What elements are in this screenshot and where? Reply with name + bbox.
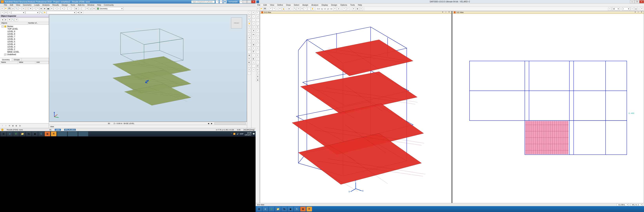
tree-item[interactable]: LEVEL 4 xyxy=(0,43,49,46)
tb-sap-icon[interactable]: ⊠ xyxy=(300,207,306,211)
tray-notif-icon[interactable]: 💬 xyxy=(252,133,255,135)
sect-2-icon[interactable]: ▬ xyxy=(634,7,638,11)
menu-results[interactable]: Results xyxy=(52,4,59,6)
lock-icon[interactable]: 🔒 xyxy=(282,7,285,11)
view-mode[interactable]: 3D xyxy=(108,122,110,124)
maximize-button[interactable]: ❐ xyxy=(634,0,639,3)
rt-view-xz-icon[interactable]: ▯ xyxy=(248,33,251,36)
save-icon[interactable]: 💾 xyxy=(264,7,266,11)
draw-quick-area-icon[interactable]: ◻ xyxy=(256,40,259,43)
tree-item-undefined[interactable]: +Undefined xyxy=(0,53,49,56)
units-combo[interactable]: KN, m, C xyxy=(630,203,642,206)
analysis-icon[interactable]: ⚙ xyxy=(86,7,88,10)
tree-item[interactable]: LEVEL 7 xyxy=(0,35,49,38)
property-grid[interactable] xyxy=(0,64,49,123)
menu-assign[interactable]: Assign xyxy=(302,4,308,6)
copy-icon[interactable]: ⧉ xyxy=(22,7,25,10)
tree-item[interactable]: LEVEL 3 xyxy=(0,46,49,48)
draw-sec-beam-icon[interactable]: ≡ xyxy=(256,29,259,32)
tray-lang[interactable]: ESP xyxy=(240,133,244,135)
pan-icon[interactable]: ✋ xyxy=(43,11,46,14)
rt-section-icon[interactable]: I xyxy=(248,43,251,46)
rt-support-icon[interactable]: △ xyxy=(248,47,251,50)
rt2-offset-icon[interactable]: ⇥ xyxy=(252,68,255,71)
new-icon[interactable]: 🗋 xyxy=(256,7,260,11)
menu-help[interactable]: Help xyxy=(358,4,362,6)
rt2-axis-icon[interactable]: ✦ xyxy=(252,47,255,50)
view-yz-button[interactable]: yz xyxy=(327,8,330,10)
tree-item[interactable]: BASE LEVEL xyxy=(0,51,49,53)
insp-delete-icon[interactable]: ✖ xyxy=(8,18,11,21)
coord-system-combo[interactable]: GLOBAL xyxy=(617,203,628,206)
close-all-icon[interactable]: ✕ xyxy=(640,7,643,11)
rt-pan-icon[interactable]: ✋ xyxy=(248,22,251,25)
viewport-plan[interactable]: X -400 xyxy=(452,14,644,203)
menu-analysis[interactable]: Analysis xyxy=(42,4,50,6)
rt-number-icon[interactable]: # xyxy=(248,64,251,68)
tray-up-icon[interactable]: ˄ xyxy=(231,133,232,135)
tb-robot-icon[interactable]: R xyxy=(306,207,312,211)
new-icon[interactable]: 🗋 xyxy=(1,7,4,10)
tree-item[interactable]: LEVEL 9 xyxy=(0,30,49,33)
menu-view[interactable]: View xyxy=(270,4,274,6)
rt-layers-icon[interactable]: ≡ xyxy=(248,40,251,43)
layout-icon[interactable]: ▦ xyxy=(40,7,43,10)
tb-skype-icon[interactable]: S xyxy=(294,207,300,211)
sel-combo-2[interactable]: ▾ xyxy=(26,11,39,14)
tables-icon[interactable]: ▤ xyxy=(92,7,96,10)
view-max-icon[interactable]: □ xyxy=(637,11,640,14)
rt2-column-icon[interactable]: ▮ xyxy=(252,29,255,32)
units-icon[interactable]: ⧉ xyxy=(50,7,53,10)
rt2-node-icon[interactable]: • xyxy=(252,15,255,18)
insp-t2-icon[interactable]: I xyxy=(4,124,8,127)
materials-icon[interactable]: ◧ xyxy=(75,7,78,10)
menu-tools[interactable]: Tools xyxy=(70,4,75,6)
rt2-wall-icon[interactable]: ▯ xyxy=(252,36,255,39)
rt-zoom-all-icon[interactable]: ⊡ xyxy=(248,15,251,18)
draw-frame-icon[interactable]: / xyxy=(256,19,259,22)
menu-addins[interactable]: Add-Ins xyxy=(78,4,84,6)
paste-icon[interactable]: 📋 xyxy=(26,7,28,10)
rt2-beam-icon[interactable]: ▬ xyxy=(252,33,255,36)
insp-prev-icon[interactable]: ◀ xyxy=(1,18,4,21)
pointer-icon[interactable]: ↖ xyxy=(256,11,259,15)
menu-design[interactable]: Design xyxy=(331,4,337,6)
snap-perp-icon[interactable]: ⊥ xyxy=(256,57,259,61)
case-combo[interactable]: ▾ xyxy=(47,11,76,14)
insp-settings-icon[interactable]: ⚙ xyxy=(15,18,18,21)
insp-t4-icon[interactable]: ▦ xyxy=(11,124,14,127)
view-xy-button[interactable]: xy xyxy=(321,8,323,10)
open-icon[interactable]: 📂 xyxy=(260,7,263,11)
tree-item[interactable]: LEVEL 6 xyxy=(0,38,49,41)
search-dropdown-icon[interactable]: ▾ xyxy=(220,0,223,3)
tray-vol-icon[interactable]: 🔊 xyxy=(236,133,239,135)
tree-root[interactable]: −Stories xyxy=(0,25,49,28)
tb-whatsapp-icon[interactable]: ✆ xyxy=(269,207,274,211)
next-icon[interactable]: ▶ xyxy=(80,11,83,14)
tb-ie-icon[interactable]: e xyxy=(7,131,12,136)
filter-icon[interactable]: ▽ xyxy=(8,11,11,14)
move-up-icon[interactable]: ⇑ xyxy=(343,7,346,11)
rt-text-icon[interactable]: A xyxy=(248,68,251,71)
loads-icon[interactable]: ↓ xyxy=(82,7,85,10)
pan-icon[interactable]: ✋ xyxy=(311,7,314,11)
menu-community[interactable]: Community xyxy=(104,4,114,6)
rt2-story-icon[interactable]: ≣ xyxy=(252,50,255,53)
snap-intersect-icon[interactable]: ✕ xyxy=(256,54,259,57)
tree-item[interactable]: TOP LEVEL xyxy=(0,28,49,30)
rotate3d-icon[interactable]: ⟲ xyxy=(333,7,336,11)
tb-ie-icon[interactable]: e xyxy=(262,207,268,211)
undo-icon[interactable]: ↶ xyxy=(269,7,272,11)
rt2-material-icon[interactable]: ◧ xyxy=(252,57,255,61)
rt-dim-icon[interactable]: ↔ xyxy=(248,71,251,75)
user-icon[interactable]: 👤 xyxy=(224,0,226,3)
redo-icon[interactable]: ↷ xyxy=(272,7,276,11)
snap-midpoint-icon[interactable]: ─ xyxy=(256,50,259,53)
rt2-claddings-icon[interactable]: ▦ xyxy=(252,43,255,46)
set-display-icon[interactable]: ☑ xyxy=(360,7,363,11)
close-layout-icon[interactable]: ✕ xyxy=(252,11,255,14)
snap-icon[interactable]: ⊡ xyxy=(4,11,8,14)
tree-item[interactable]: LEVEL 5 xyxy=(0,41,49,43)
rt2-release-icon[interactable]: ○ xyxy=(252,64,255,68)
refresh-icon[interactable]: ⟳ xyxy=(278,7,282,11)
